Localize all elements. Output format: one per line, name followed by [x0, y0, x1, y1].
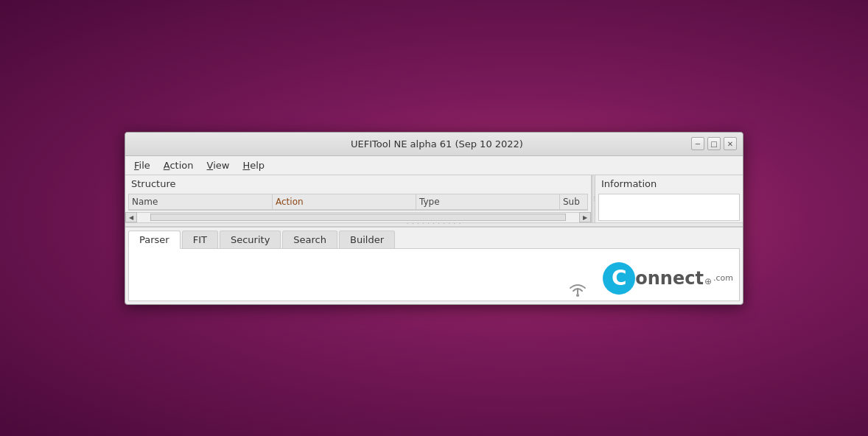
- bottom-panel: Parser FIT Security Search Builder: [125, 227, 743, 304]
- window-controls: − □ ✕: [691, 137, 737, 150]
- maximize-button[interactable]: □: [707, 137, 721, 150]
- brand-c-circle: C: [603, 262, 635, 295]
- menu-view[interactable]: View: [201, 158, 236, 173]
- col-type-header: Type: [416, 194, 560, 209]
- menu-file[interactable]: File: [128, 158, 156, 173]
- scrollbar-track[interactable]: [150, 214, 566, 221]
- menu-view-label: View: [207, 160, 230, 171]
- tab-search[interactable]: Search: [282, 231, 337, 248]
- menu-action[interactable]: Action: [158, 158, 200, 173]
- menu-action-label: Action: [164, 160, 194, 171]
- tabs-bar: Parser FIT Security Search Builder: [125, 228, 743, 248]
- tab-content-area: C onnect ⊕ .com: [128, 248, 740, 301]
- col-action-header: Action: [273, 194, 416, 209]
- close-button[interactable]: ✕: [724, 137, 737, 150]
- information-header: Information: [595, 175, 743, 192]
- horizontal-scrollbar[interactable]: ◀ ▶: [125, 212, 591, 222]
- menubar: File Action View Help: [125, 156, 743, 175]
- titlebar: UEFITool NE alpha 61 (Sep 10 2022) − □ ✕: [125, 133, 743, 156]
- structure-table: Name Action Type Sub: [128, 194, 588, 211]
- structure-header: Structure: [125, 175, 591, 192]
- menu-file-label: File: [134, 160, 150, 171]
- brand-com: .com: [713, 273, 733, 283]
- information-panel: Information: [595, 175, 743, 222]
- window-title: UEFITool NE alpha 61 (Sep 10 2022): [183, 138, 691, 150]
- scroll-left-button[interactable]: ◀: [125, 212, 137, 222]
- tab-parser[interactable]: Parser: [128, 231, 181, 249]
- tab-security[interactable]: Security: [220, 231, 281, 248]
- structure-panel: Structure Name Action Type Sub: [125, 175, 592, 222]
- main-content: Structure Name Action Type Sub: [125, 175, 743, 222]
- main-window: UEFITool NE alpha 61 (Sep 10 2022) − □ ✕…: [125, 132, 743, 305]
- col-name-header: Name: [129, 194, 273, 209]
- scroll-right-button[interactable]: ▶: [579, 212, 591, 222]
- svg-point-0: [576, 294, 579, 297]
- menu-help-label: Help: [242, 160, 265, 171]
- brand-text: onnect ⊕: [635, 268, 712, 289]
- tab-builder[interactable]: Builder: [339, 231, 395, 248]
- information-content: [598, 194, 740, 221]
- watermark: C onnect ⊕ .com: [603, 262, 733, 295]
- minimize-button[interactable]: −: [691, 137, 704, 150]
- table-header: Name Action Type Sub: [129, 194, 587, 210]
- wifi-icon: [566, 278, 589, 300]
- col-sub-header: Sub: [560, 194, 587, 209]
- menu-help[interactable]: Help: [237, 158, 270, 173]
- tab-fit[interactable]: FIT: [182, 231, 218, 248]
